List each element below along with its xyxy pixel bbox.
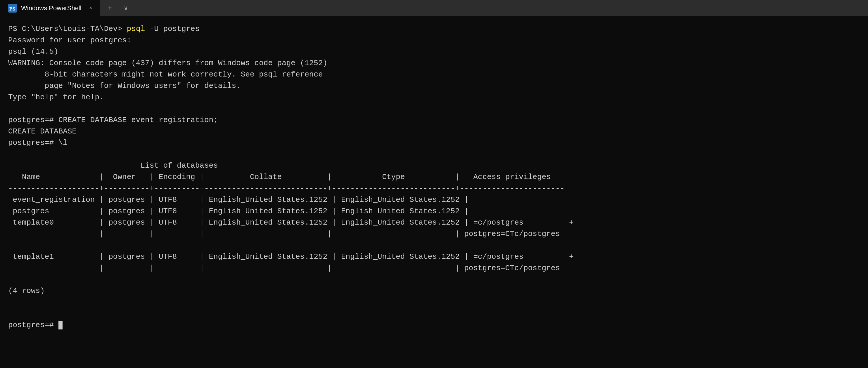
- line-3: psql (14.5): [8, 46, 860, 58]
- line-4: WARNING: Console code page (437) differs…: [8, 58, 860, 69]
- line-table-title: List of databases: [8, 160, 860, 171]
- new-tab-button[interactable]: +: [100, 4, 119, 13]
- line-final-prompt: postgres=#: [8, 320, 860, 331]
- line-blank-1: [8, 103, 860, 114]
- line-row-template0: template0 | postgres | UTF8 | English_Un…: [8, 217, 860, 228]
- powershell-icon: PS: [8, 4, 17, 12]
- svg-text:PS: PS: [9, 6, 15, 12]
- line-row-template0b: | | | | | postgres=CTc/postgres: [8, 228, 860, 240]
- tab-close-button[interactable]: ×: [89, 5, 92, 11]
- terminal-body[interactable]: PS C:\Users\Louis-TA\Dev> psql -U postgr…: [0, 16, 868, 368]
- line-row-template1: template1 | postgres | UTF8 | English_Un…: [8, 251, 860, 263]
- line-blank-3: [8, 240, 860, 251]
- line-row-postgres: postgres | postgres | UTF8 | English_Uni…: [8, 206, 860, 217]
- line-blank-5: [8, 297, 860, 308]
- line-create-cmd: postgres=# CREATE DATABASE event_registr…: [8, 114, 860, 126]
- line-row-event: event_registration | postgres | UTF8 | E…: [8, 194, 860, 206]
- line-5: 8-bit characters might not work correctl…: [8, 69, 860, 80]
- line-1: PS C:\Users\Louis-TA\Dev> psql -U postgr…: [8, 23, 860, 35]
- line-blank-2: [8, 149, 860, 160]
- tab-dropdown-button[interactable]: ∨: [119, 4, 132, 12]
- line-create-result: CREATE DATABASE: [8, 126, 860, 137]
- line-table-header: Name | Owner | Encoding | Collate | Ctyp…: [8, 171, 860, 183]
- line-2: Password for user postgres:: [8, 35, 860, 46]
- titlebar: PS Windows PowerShell × + ∨: [0, 0, 868, 16]
- cursor: [58, 321, 63, 329]
- tab-title-label: Windows PowerShell: [21, 4, 82, 12]
- line-row-template1b: | | | | | postgres=CTc/postgres: [8, 263, 860, 274]
- active-tab[interactable]: PS Windows PowerShell ×: [0, 0, 100, 16]
- line-row-count: (4 rows): [8, 286, 860, 297]
- line-blank-4: [8, 274, 860, 286]
- line-6: page "Notes for Windows users" for detai…: [8, 80, 860, 92]
- window: PS Windows PowerShell × + ∨ PS C:\Users\…: [0, 0, 868, 368]
- line-list-cmd: postgres=# \l: [8, 137, 860, 149]
- line-table-sep: --------------------+----------+--------…: [8, 183, 860, 194]
- line-7: Type "help" for help.: [8, 92, 860, 103]
- line-blank-6: [8, 308, 860, 320]
